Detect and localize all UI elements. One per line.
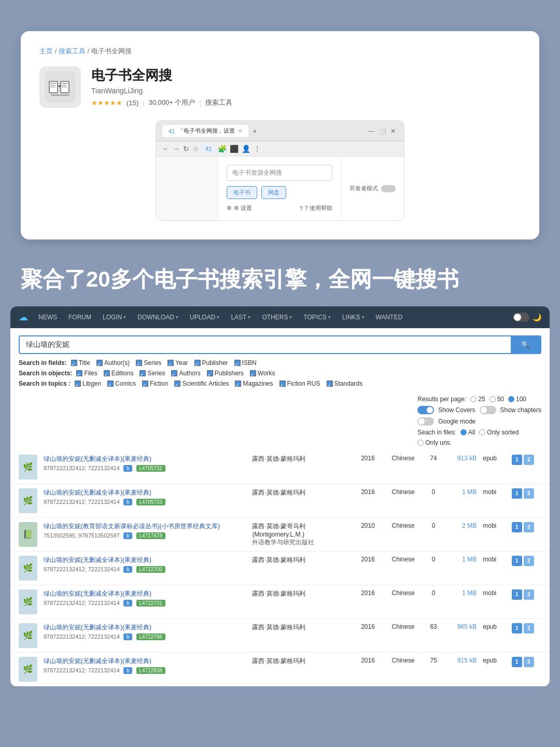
obj-publishers[interactable]: ✓ Publishers <box>207 370 244 377</box>
action-btn-1[interactable]: 1 <box>512 589 522 600</box>
new-tab-button[interactable]: + <box>253 127 257 135</box>
topic-fiction[interactable]: ✓ Fiction <box>142 380 168 387</box>
action-btn-1[interactable]: 1 <box>512 522 522 532</box>
settings-link[interactable]: ⚙ ⚙ 设置 <box>227 204 252 212</box>
year-cell: 2016 <box>354 484 383 517</box>
field-authors[interactable]: ✓ Author(s) <box>96 359 130 367</box>
bookmark-icon[interactable]: ☆ <box>192 145 199 153</box>
theme-toggle[interactable] <box>513 313 529 322</box>
forward-icon[interactable]: → <box>173 145 180 153</box>
menu-icon[interactable]: ⋮ <box>254 145 261 153</box>
nav-wanted[interactable]: WANTED <box>371 309 408 325</box>
action-btn-2[interactable]: 2 <box>524 657 534 667</box>
action-btn-1[interactable]: 1 <box>512 455 522 465</box>
tab-close-icon[interactable]: ✕ <box>238 128 242 134</box>
book-title-link[interactable]: 绿山墙的安妮(无删减全译本)(果麦经典) <box>44 556 246 565</box>
obj-works[interactable]: ✓ Works <box>250 370 275 377</box>
only-uns-radio[interactable]: Only uns. <box>417 439 452 446</box>
search-button[interactable]: 🔍 <box>511 336 540 353</box>
minimize-icon[interactable]: — <box>368 128 374 135</box>
dev-mode-toggle[interactable] <box>381 185 396 192</box>
tab-cloud[interactable]: 网盘 <box>261 186 286 199</box>
author-cell: 露西·莫德·蒙格玛利 <box>249 551 353 585</box>
obj-series[interactable]: ✓ Series <box>139 370 165 377</box>
settings-label: ⚙ 设置 <box>234 204 252 212</box>
field-series[interactable]: ✓ Series <box>136 359 161 367</box>
action-btn-2[interactable]: 2 <box>524 623 534 633</box>
nav-download[interactable]: DOWNLOAD ▾ <box>132 309 184 325</box>
topic-comics[interactable]: ✓ Comics <box>107 380 136 387</box>
refresh-icon[interactable]: ↻ <box>183 145 189 153</box>
obj-editions[interactable]: ✓ Editions <box>104 370 134 377</box>
action-btn-2[interactable]: 2 <box>524 488 534 499</box>
action-btn-1[interactable]: 1 <box>512 657 522 667</box>
topic-libgen[interactable]: ✓ Libgen <box>75 380 101 387</box>
window-icon[interactable]: ⬛ <box>230 145 239 153</box>
breadcrumb-tools[interactable]: 搜索工具 <box>59 47 86 55</box>
book-title-link[interactable]: 绿山墙的安妮(无删减全译本)(果麦经典) <box>44 488 246 497</box>
nav-others[interactable]: OTHERS ▾ <box>257 309 297 325</box>
google-mode-toggle[interactable] <box>417 417 434 426</box>
only-sorted-radio[interactable]: Only sorted <box>479 429 519 436</box>
breadcrumb-current: 电子书全网搜 <box>91 47 132 55</box>
action-btn-2[interactable]: 2 <box>524 556 534 566</box>
per-page-100[interactable]: 100 <box>508 396 526 403</box>
book-cover: 📗 <box>19 522 37 547</box>
nav-topics[interactable]: TOPICS ▾ <box>298 309 335 325</box>
search-input[interactable] <box>20 336 511 353</box>
book-title-link[interactable]: 绿山墙的安妮(无删减全译本)(果麦经典) <box>44 657 246 666</box>
pages-cell: 0 <box>424 551 443 585</box>
book-isbn: 9787222132412; 7222132414 b L4722731 <box>44 600 165 606</box>
star-rating: ★★★★★ <box>91 99 122 107</box>
topic-scientific[interactable]: ✓ Scientific Articles <box>174 380 229 387</box>
profile-icon[interactable]: 👤 <box>242 145 250 153</box>
action-btn-1[interactable]: 1 <box>512 623 522 633</box>
field-publisher[interactable]: ✓ Publisher <box>194 359 228 367</box>
action-btn-2[interactable]: 2 <box>524 522 534 532</box>
action-btn-2[interactable]: 2 <box>524 455 534 465</box>
nav-login[interactable]: LOGIN ▾ <box>97 309 131 325</box>
book-title-link[interactable]: 绿山墙的安妮(教育部语文新课标必读丛书)(小书房世界经典文库) <box>44 522 246 531</box>
book-title-link[interactable]: 绿山墙的安妮(无删减全译本)(果麦经典) <box>44 623 246 632</box>
topic-standards[interactable]: ✓ Standards <box>327 380 363 387</box>
field-year[interactable]: ✓ Year <box>167 359 188 367</box>
show-covers-toggle[interactable] <box>417 406 434 414</box>
close-icon[interactable]: ✕ <box>390 128 396 135</box>
book-title-link[interactable]: 绿山墙的安妮(无删减全译本)(果麦经典) <box>44 589 246 598</box>
book-cover: 🌿 <box>19 657 37 682</box>
action-btn-1[interactable]: 1 <box>512 488 522 499</box>
badge-lib: L4722786 <box>136 633 166 640</box>
nav-news[interactable]: NEWS <box>33 309 62 325</box>
restore-icon[interactable]: ⬜ <box>379 128 386 135</box>
obj-authors[interactable]: ✓ Authors <box>171 370 200 377</box>
action-btn-1[interactable]: 1 <box>512 556 522 566</box>
browser-tab[interactable]: 41 「电子书全网搜」设置 ✕ <box>162 125 248 137</box>
svg-rect-4 <box>50 85 55 86</box>
show-chapters-toggle[interactable] <box>480 406 496 414</box>
all-radio[interactable]: All <box>460 429 475 436</box>
breadcrumb: 主页 / 搜索工具 / 电子书全网搜 <box>39 47 521 56</box>
book-title-link[interactable]: 绿山墙的安妮(无删减全译本)(果麦经典) <box>44 455 246 463</box>
nav-links[interactable]: LINKS ▾ <box>337 309 370 325</box>
year-cell: 2016 <box>354 618 383 652</box>
field-isbn[interactable]: ✓ ISBN <box>234 359 257 367</box>
action-btn-2[interactable]: 2 <box>524 589 534 600</box>
google-mode-label: Google mode <box>438 418 475 425</box>
per-page-25[interactable]: 25 <box>470 396 485 403</box>
topic-magazines[interactable]: ✓ Magazines <box>235 380 273 387</box>
fields-label: Search in fields: <box>19 359 67 367</box>
breadcrumb-home[interactable]: 主页 <box>39 47 53 55</box>
puzzle-icon[interactable]: 🧩 <box>218 145 227 153</box>
nav-forum[interactable]: FORUM <box>63 309 96 325</box>
nav-upload[interactable]: UPLOAD ▾ <box>185 309 225 325</box>
nav-last[interactable]: LAST ▾ <box>226 309 256 325</box>
topics-label: Search in topics : <box>19 380 71 387</box>
field-title[interactable]: ✓ Title <box>71 359 90 367</box>
back-icon[interactable]: ← <box>162 145 170 153</box>
per-page-50[interactable]: 50 <box>489 396 504 403</box>
topic-fiction-rus[interactable]: ✓ Fiction RUS <box>279 380 320 387</box>
tab-ebook[interactable]: 电子书 <box>227 186 257 199</box>
only-sorted-label: Only sorted <box>487 429 519 436</box>
obj-files[interactable]: ✓ Files <box>76 370 97 377</box>
help-link[interactable]: ? ? 使用帮助 <box>300 204 332 212</box>
